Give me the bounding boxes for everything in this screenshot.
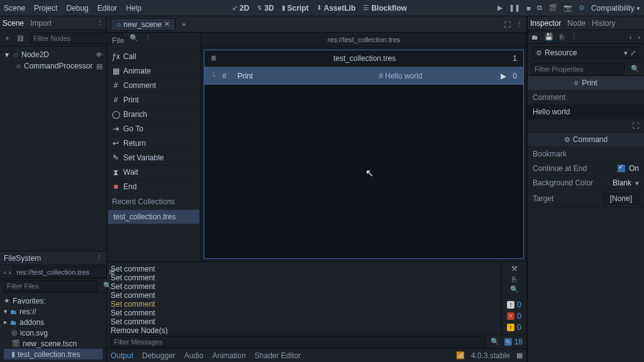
copy-icon[interactable]: ⎘ [512, 275, 516, 283]
label-bookmark: Bookmark [533, 150, 639, 158]
search-icon[interactable]: 🔍 [103, 282, 112, 290]
dots-icon[interactable]: ⋮ [145, 34, 152, 42]
view-script[interactable]: ▮Script [282, 4, 309, 13]
fs-icon[interactable]: ◎icon.svg [4, 327, 103, 338]
fs-root[interactable]: ▾🖿res:// [4, 306, 103, 317]
bgcolor-value[interactable]: Blank [613, 178, 631, 187]
nav-fwd-icon[interactable]: › [638, 33, 640, 41]
cmd-comment[interactable]: #Comment [107, 78, 201, 92]
menu-help[interactable]: Help [126, 4, 142, 13]
search-icon[interactable]: 🔍 [130, 34, 138, 42]
cmd-call[interactable]: ƒxCall [107, 49, 201, 63]
section-command[interactable]: ⚙Command [528, 133, 644, 147]
cmd-wait[interactable]: ⧗Wait [107, 165, 201, 179]
grid-icon[interactable]: ⊞ [109, 268, 114, 276]
movie-icon[interactable]: 🎬 [548, 4, 557, 12]
chevron-down-icon[interactable]: ▾ [635, 179, 639, 187]
close-icon[interactable]: ✕ [164, 20, 170, 28]
menu-project[interactable]: Project [34, 4, 57, 13]
doc-tab[interactable]: ○new_scene ✕ [111, 18, 175, 31]
menu-debug[interactable]: Debug [66, 4, 88, 13]
view-2d[interactable]: ↙2D [232, 4, 249, 13]
resource-dropdown[interactable]: ⚙Resource ▾ ⤢ [533, 47, 639, 59]
scene-root[interactable]: ▾○ Node2D 👁 [4, 49, 103, 60]
btab-audio[interactable]: Audio [184, 351, 204, 360]
menu-editor[interactable]: Editor [97, 4, 117, 13]
tab-node[interactable]: Node [567, 19, 586, 28]
target-button[interactable]: [None] [603, 193, 639, 204]
info-badge[interactable]: !0 [507, 300, 521, 309]
compat-dropdown[interactable]: Compatibility ▾ [591, 4, 640, 13]
pause-icon[interactable]: ❚❚ [509, 4, 520, 12]
copy-icon[interactable]: ⎘ [560, 33, 564, 41]
folder-icon[interactable]: 🖿 [531, 33, 538, 41]
btab-animation[interactable]: Animation [212, 351, 245, 360]
fs-addons[interactable]: ▸🖿addons [4, 317, 103, 327]
script-icon[interactable]: ▤ [96, 62, 103, 70]
nav-back-icon[interactable]: ‹ [630, 33, 632, 41]
tab-inspector[interactable]: Inspector [530, 19, 561, 28]
cmd-setvar[interactable]: ✎Set Variable [107, 150, 201, 165]
add-node-icon[interactable]: ＋ [4, 33, 11, 43]
tab-import[interactable]: Import [30, 19, 52, 28]
nav-fwd-icon[interactable]: › [9, 268, 11, 276]
dots-icon[interactable]: ⋮ [118, 282, 125, 290]
dots-icon[interactable]: ⋮ [570, 33, 577, 41]
dots-icon[interactable]: ⋮ [516, 20, 523, 28]
cmd-end[interactable]: ■End [107, 179, 201, 194]
search-icon[interactable]: 🔍 [491, 337, 499, 346]
wifi-icon: 📶 [456, 351, 465, 359]
cmd-print[interactable]: #Print [107, 92, 201, 107]
view-blockflow[interactable]: ☰Blockflow [363, 4, 407, 13]
scene-child[interactable]: ○CommandProcessor ▤ [4, 60, 103, 72]
search-icon[interactable]: 🔍 [631, 65, 640, 73]
expand-icon[interactable]: ⛶ [632, 122, 639, 129]
continue-checkbox[interactable] [618, 165, 625, 172]
fs-scene[interactable]: 🎬new_scene.tscn [4, 338, 103, 349]
camera-icon[interactable]: 📷 [564, 4, 572, 12]
flow-header[interactable]: ≣ test_collection.tres 1 [204, 50, 523, 67]
section-print[interactable]: #Print [528, 76, 644, 90]
btab-debugger[interactable]: Debugger [142, 351, 175, 360]
dots-icon[interactable]: ⋮ [96, 254, 103, 262]
save-icon[interactable]: 💾 [545, 33, 553, 41]
cmd-goto[interactable]: ⇥Go To [107, 121, 201, 136]
link-icon[interactable]: ⛓ [17, 35, 24, 42]
msg-badge[interactable]: ✎18 [504, 337, 523, 346]
play-icon[interactable]: ▶ [501, 72, 506, 80]
menu-scene[interactable]: Scene [4, 4, 25, 13]
cmd-animate[interactable]: ▦Animate [107, 63, 201, 78]
stop-icon[interactable]: ■ [526, 4, 531, 12]
add-tab-icon[interactable]: ＋ [180, 19, 187, 29]
comment-value[interactable]: Hello world [533, 107, 570, 116]
expand-icon[interactable]: ⛶ [504, 21, 511, 28]
cmd-branch[interactable]: ◯Branch [107, 107, 201, 121]
btab-shader[interactable]: Shader Editor [255, 351, 301, 360]
fs-filter-input[interactable] [4, 280, 97, 292]
cmd-return[interactable]: ↩Return [107, 136, 201, 150]
recent-item[interactable]: test_collection.tres [108, 210, 199, 224]
flow-print-row[interactable]: └ # Print # Hello world ▶ 0 [204, 67, 523, 85]
grid-icon[interactable]: ▦ [516, 351, 523, 359]
nav-back-icon[interactable]: ‹ [4, 268, 6, 276]
expand-icon[interactable]: ⤢ [630, 49, 636, 57]
view-3d[interactable]: ↯3D [257, 4, 274, 13]
view-assetlib[interactable]: ⬇AssetLib [316, 4, 356, 13]
fs-collection[interactable]: ▮test_collection.tres [4, 349, 103, 359]
dots-icon[interactable]: ⋮ [97, 19, 104, 27]
inspector-filter-input[interactable] [531, 63, 625, 75]
warn-badge[interactable]: !0 [507, 323, 521, 332]
fs-path-input[interactable] [13, 266, 106, 278]
tool-icon[interactable]: ⚒ [511, 265, 518, 273]
tab-scene[interactable]: Scene [3, 19, 24, 28]
filter-messages-input[interactable] [111, 336, 486, 348]
remote-icon[interactable]: ⧉ [537, 4, 542, 12]
tab-history[interactable]: History [592, 19, 615, 28]
btab-output[interactable]: Output [111, 351, 133, 360]
play-icon[interactable]: ▶ [497, 4, 502, 12]
render-icon[interactable]: ⚙ [579, 4, 585, 12]
error-badge[interactable]: ✕0 [507, 312, 521, 321]
visibility-icon[interactable]: 👁 [96, 51, 103, 58]
cmd-file[interactable]: File [107, 33, 201, 49]
search-icon[interactable]: 🔍 [510, 285, 519, 293]
